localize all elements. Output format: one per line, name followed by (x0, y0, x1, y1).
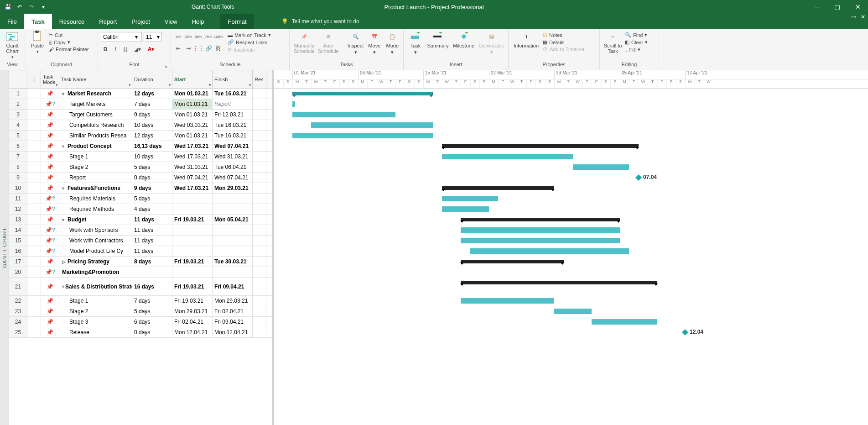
info-cell[interactable] (27, 317, 41, 327)
pct-0[interactable]: 0% (174, 32, 183, 41)
name-cell[interactable]: Work with Sponsors (59, 225, 132, 235)
tab-format[interactable]: Format (220, 14, 254, 29)
resource-cell[interactable] (253, 215, 266, 225)
resource-cell[interactable] (253, 327, 266, 337)
row-number[interactable]: 6 (9, 141, 27, 151)
info-cell[interactable] (27, 236, 41, 246)
mode-cell[interactable]: 📌 (41, 110, 59, 120)
gantt-chart-area[interactable]: 01 Mar '2108 Mar '2115 Mar '2122 Mar '21… (274, 70, 868, 425)
table-row[interactable]: 25📌Release0 daysMon 12.04.21Mon 12.04.21 (9, 327, 272, 338)
minimize-button[interactable]: ─ (806, 0, 827, 14)
info-cell[interactable] (27, 162, 41, 172)
row-number[interactable]: 9 (9, 173, 27, 183)
duration-cell[interactable]: 11 days (132, 236, 172, 246)
start-cell[interactable]: Wed 17.03.21 (172, 141, 213, 151)
undo-icon[interactable]: ↶ (16, 3, 24, 11)
start-cell[interactable] (172, 204, 213, 214)
info-cell[interactable] (27, 278, 41, 295)
table-row[interactable]: 11📌?Required Materials5 days (9, 194, 272, 204)
table-row[interactable]: 12📌?Required Methods4 days (9, 204, 272, 215)
split-button[interactable]: ⋮⋮ (194, 44, 203, 53)
col-duration[interactable]: Duration▾ (132, 70, 172, 88)
mode-cell[interactable]: 📌 (41, 183, 59, 193)
duration-cell[interactable]: 6 days (132, 317, 172, 327)
tell-me-box[interactable]: 💡 Tell me what you want to do (281, 14, 359, 29)
task-grid[interactable]: i Task Mode▾ Task Name▾ Duration▾ Start▾… (9, 70, 274, 425)
name-cell[interactable]: ▿Product Concept (59, 141, 132, 151)
finish-cell[interactable] (213, 236, 253, 246)
resource-cell[interactable] (253, 236, 266, 246)
start-cell[interactable]: Fri 19.03.21 (172, 278, 213, 295)
link-button[interactable]: 🔗 (204, 44, 213, 53)
name-cell[interactable]: Target Markets (59, 99, 132, 109)
info-cell[interactable] (27, 215, 41, 225)
table-row[interactable]: 17📌▷Pricing Strategy8 daysFri 19.03.21Tu… (9, 257, 272, 267)
duration-cell[interactable]: 12 days (132, 89, 172, 99)
row-number[interactable]: 14 (9, 225, 27, 235)
mode-cell[interactable]: 📌? (41, 236, 59, 246)
duration-cell[interactable]: 4 days (132, 204, 172, 214)
start-cell[interactable] (172, 194, 213, 204)
name-cell[interactable]: Competitors Research (59, 120, 132, 130)
table-row[interactable]: 6📌▿Product Concept16,13 daysWed 17.03.21… (9, 141, 272, 152)
resource-cell[interactable] (253, 296, 266, 306)
gantt-bar[interactable] (461, 260, 564, 263)
start-cell[interactable]: Wed 07.04.21 (172, 173, 213, 183)
name-cell[interactable]: Stage 2 (59, 306, 132, 316)
tab-help[interactable]: Help (185, 14, 212, 29)
tab-project[interactable]: Project (124, 14, 157, 29)
duration-cell[interactable]: 10 days (132, 120, 172, 130)
finish-cell[interactable] (213, 246, 253, 256)
duration-cell[interactable] (132, 267, 172, 277)
row-number[interactable]: 5 (9, 131, 27, 141)
table-row[interactable]: 23📌Stage 25 daysMon 29.03.21Fri 02.04.21 (9, 306, 272, 317)
row-number[interactable]: 4 (9, 120, 27, 130)
find-button[interactable]: 🔍Find ▾ (625, 32, 648, 38)
duration-cell[interactable]: 9 days (132, 183, 172, 193)
duration-cell[interactable]: 16,13 days (132, 141, 172, 151)
row-number[interactable]: 8 (9, 162, 27, 172)
row-number[interactable]: 13 (9, 215, 27, 225)
name-cell[interactable]: ▿Features&Functions (59, 183, 132, 193)
row-number[interactable]: 10 (9, 183, 27, 193)
mode-cell[interactable]: 📌 (41, 141, 59, 151)
mode-cell[interactable]: 📌 (41, 120, 59, 130)
gantt-bar[interactable] (292, 101, 295, 107)
duration-cell[interactable]: 0 days (132, 327, 172, 337)
col-finish[interactable]: Finish▾ (213, 70, 253, 88)
mode-cell[interactable]: 📌 (41, 152, 59, 162)
duration-cell[interactable]: 12 days (132, 131, 172, 141)
close-button[interactable]: ✕ (847, 0, 868, 14)
gantt-bar[interactable] (470, 248, 629, 254)
finish-cell[interactable]: Fri 09.04.21 (213, 278, 253, 295)
table-row[interactable]: 1📌▿Market Research12 daysMon 01.03.21Tue… (9, 89, 272, 99)
table-row[interactable]: 7📌Stage 110 daysWed 17.03.21Wed 31.03.21 (9, 152, 272, 162)
name-cell[interactable]: Required Methods (59, 204, 132, 214)
gantt-bar[interactable] (461, 238, 620, 243)
mode-cell[interactable]: 📌? (41, 225, 59, 235)
auto-schedule-button[interactable]: ⚙Auto Schedule (317, 30, 339, 54)
table-row[interactable]: 4📌Competitors Research10 daysWed 03.03.2… (9, 120, 272, 131)
duration-cell[interactable]: 11 days (132, 246, 172, 256)
name-cell[interactable]: Stage 2 (59, 162, 132, 172)
start-cell[interactable]: Mon 29.03.21 (172, 306, 213, 316)
table-row[interactable]: 9📌Report0 daysWed 07.04.21Wed 07.04.21 (9, 173, 272, 183)
duration-cell[interactable]: 5 days (132, 194, 172, 204)
cut-button[interactable]: ✂Cut (49, 32, 89, 38)
info-cell[interactable] (27, 194, 41, 204)
info-cell[interactable] (27, 257, 41, 267)
finish-cell[interactable]: Wed 07.04.21 (213, 173, 253, 183)
name-cell[interactable]: ▷Pricing Strategy (59, 257, 132, 267)
start-cell[interactable] (172, 225, 213, 235)
mode-cell[interactable]: 📌? (41, 267, 59, 277)
name-cell[interactable]: Stage 1 (59, 152, 132, 162)
finish-cell[interactable] (213, 194, 253, 204)
info-cell[interactable] (27, 327, 41, 337)
mode-cell[interactable]: 📌? (41, 99, 59, 109)
gantt-bar[interactable] (461, 218, 620, 221)
row-number[interactable]: 25 (9, 327, 27, 337)
gantt-bar[interactable] (311, 122, 433, 128)
start-cell[interactable]: Mon 01.03.21 (172, 99, 213, 109)
information-button[interactable]: ℹInformation (511, 30, 541, 48)
gantt-bar[interactable] (461, 281, 657, 284)
